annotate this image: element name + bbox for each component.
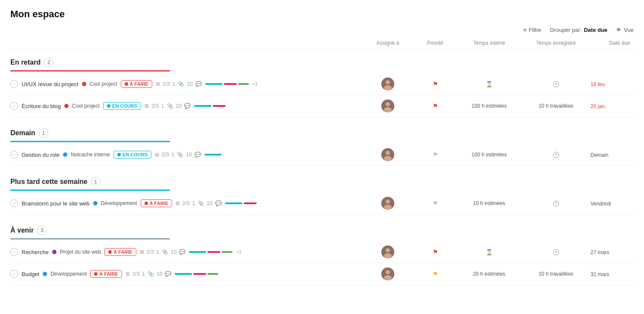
- assigned-cell: [362, 267, 414, 280]
- task-bars: [205, 83, 249, 85]
- project-dot: [63, 152, 67, 157]
- task-row[interactable]: ✓Gestion du roleNutcache interneEN COURS…: [10, 144, 634, 166]
- task-name: Écriture du blog: [22, 103, 61, 109]
- svg-point-11: [384, 205, 392, 210]
- comments-count: 10: [176, 103, 182, 109]
- task-check-icon[interactable]: ✓: [10, 199, 18, 207]
- svg-point-17: [384, 275, 392, 280]
- project-dot: [64, 104, 69, 108]
- section-en-retard: En retard2✓UI/UX revue du projectCool pr…: [10, 53, 634, 117]
- bar-cyan: [175, 273, 192, 275]
- group-by-value: Date due: [584, 27, 607, 33]
- filter-icon: ≡: [523, 27, 527, 33]
- subtasks-icon: ⊞: [156, 81, 160, 87]
- attachment-icon: 📎: [178, 81, 184, 87]
- task-check-icon[interactable]: ✓: [10, 151, 18, 159]
- task-name: Recherche: [22, 249, 49, 255]
- time-tracked-cell: 🕐: [521, 81, 591, 87]
- project-label: Développement: [101, 200, 137, 206]
- section-header-demain[interactable]: Demain1: [10, 124, 55, 142]
- col-due: Date due: [591, 40, 634, 46]
- bar-cyan: [194, 105, 211, 107]
- time-tracked-cell: 10 h travaillées: [521, 271, 591, 277]
- due-date-value: Demain: [591, 152, 612, 158]
- priority-cell: ⚑: [414, 270, 457, 277]
- badge-dot: [145, 202, 148, 205]
- section-count-demain: 1: [39, 128, 48, 138]
- group-by-label: Grouper par:: [550, 27, 582, 33]
- task-meta: ⊞2/31📎10💬: [145, 103, 191, 109]
- task-meta: ⊞2/31📎10💬: [140, 249, 186, 255]
- status-badge[interactable]: À FAIRE: [121, 80, 152, 88]
- task-meta: ⊞2/31📎10💬: [126, 271, 172, 277]
- status-badge[interactable]: À FAIRE: [90, 270, 122, 278]
- clock-icon: 🕐: [553, 200, 559, 207]
- svg-point-10: [386, 199, 390, 204]
- avatar: [381, 197, 394, 210]
- bar-green: [222, 251, 232, 253]
- comment-icon: 💬: [184, 103, 191, 109]
- task-check-icon[interactable]: ✓: [10, 102, 18, 110]
- priority-flag-icon: ⚑: [433, 270, 438, 277]
- task-name: Brainstorm pour le site web: [22, 200, 90, 207]
- attachment-icon: 📎: [177, 152, 183, 158]
- project-label: Nutcache interne: [71, 152, 110, 158]
- task-name: Budget: [22, 271, 39, 277]
- assigned-cell: [362, 197, 414, 210]
- task-check-icon[interactable]: ✓: [10, 270, 18, 278]
- section-header-a-venir[interactable]: À venir3: [10, 221, 53, 239]
- priority-flag-icon: ⚑: [433, 81, 438, 87]
- task-bars: [194, 105, 226, 107]
- task-row[interactable]: ✓UI/UX revue du projectCool projectÀ FAI…: [10, 73, 634, 95]
- task-row[interactable]: ✓BudgetDéveloppementÀ FAIRE⊞2/31📎10💬⚑20 …: [10, 263, 634, 285]
- section-title-a-venir: À venir: [10, 227, 34, 234]
- attachments-count: 1: [161, 103, 164, 109]
- badge-dot: [125, 82, 128, 86]
- project-dot: [43, 272, 47, 276]
- bar-pink: [244, 202, 257, 204]
- task-left: ✓Écriture du blogCool projectEN COURS⊞2/…: [10, 102, 362, 110]
- bar-pink: [193, 273, 206, 275]
- svg-point-2: [384, 85, 392, 90]
- status-badge[interactable]: À FAIRE: [104, 248, 136, 256]
- plus-count: +1: [236, 249, 242, 255]
- project-label: Cool project: [72, 103, 100, 109]
- task-meta: ⊞2/31📎10💬: [176, 200, 222, 206]
- task-check-icon[interactable]: ✓: [10, 248, 18, 256]
- time-tracked-cell: 10 h travaillées: [521, 103, 591, 109]
- status-badge[interactable]: EN COURS: [103, 102, 141, 110]
- section-header-en-retard[interactable]: En retard2: [10, 53, 60, 72]
- assigned-cell: [362, 246, 414, 258]
- filter-control[interactable]: ≡ Filtre: [523, 27, 541, 33]
- due-date-cell: 16 fev.: [591, 81, 634, 87]
- status-badge[interactable]: EN COURS: [113, 151, 151, 159]
- section-header-plus-tard[interactable]: Plus tard cette semaine1: [10, 173, 107, 191]
- badge-dot: [117, 153, 121, 156]
- task-bars: [204, 154, 222, 155]
- task-row[interactable]: ✓Écriture du blogCool projectEN COURS⊞2/…: [10, 95, 634, 117]
- comment-icon: 💬: [195, 152, 201, 158]
- task-row[interactable]: ✓RechercheProjet du site webÀ FAIRE⊞2/31…: [10, 241, 634, 263]
- comments-count: 10: [186, 152, 192, 158]
- comment-icon: 💬: [195, 81, 202, 87]
- time-estimated-cell: 20 h estimées: [457, 271, 521, 277]
- priority-flag-icon: ⚑: [433, 151, 438, 158]
- priority-cell: ⚑: [414, 151, 457, 158]
- bar-green: [207, 273, 218, 275]
- assigned-cell: [362, 148, 414, 161]
- time-tracked-cell: 🕐: [521, 152, 591, 158]
- status-badge[interactable]: À FAIRE: [141, 199, 172, 207]
- comment-icon: 💬: [179, 249, 185, 255]
- task-name: UI/UX revue du project: [22, 81, 79, 87]
- svg-point-16: [386, 270, 390, 274]
- task-check-icon[interactable]: ✓: [10, 80, 18, 88]
- section-title-demain: Demain: [10, 129, 35, 137]
- eye-icon: 👁: [616, 27, 622, 33]
- bar-cyan: [204, 154, 222, 155]
- view-control[interactable]: 👁 Vue: [616, 27, 634, 33]
- clock-icon: 🕐: [553, 249, 559, 255]
- group-by-control[interactable]: Grouper par: Date due: [550, 27, 608, 33]
- filter-label: Filtre: [529, 27, 541, 33]
- task-row[interactable]: ✓Brainstorm pour le site webDéveloppemen…: [10, 193, 634, 215]
- attachments-count: 1: [192, 200, 195, 206]
